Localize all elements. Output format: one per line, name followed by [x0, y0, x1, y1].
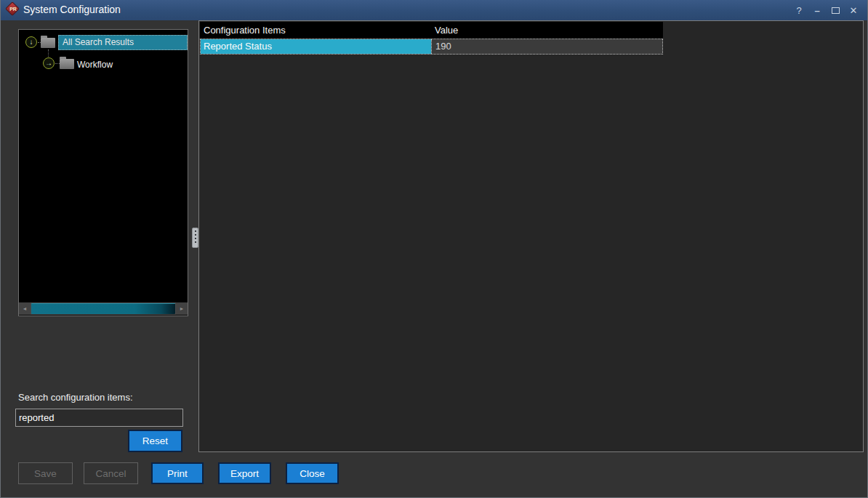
tree-horizontal-scrollbar[interactable]: ◄ ►	[19, 302, 188, 315]
splitter-grip-dots	[195, 230, 196, 245]
maximize-icon[interactable]	[829, 3, 842, 17]
search-label: Search configuration items:	[18, 392, 133, 403]
configuration-detail-panel: Configuration Items Value Reported Statu…	[198, 20, 864, 452]
reset-button[interactable]: Reset	[128, 430, 182, 452]
cell-value[interactable]: 190	[431, 39, 662, 54]
expand-collapse-icon[interactable]: →	[43, 57, 55, 69]
scroll-right-icon[interactable]: ►	[176, 302, 188, 315]
save-button[interactable]: Save	[18, 462, 73, 484]
expand-collapse-icon[interactable]: ↓	[25, 36, 37, 48]
grid-header: Configuration Items Value	[200, 22, 663, 39]
configuration-grid: Configuration Items Value Reported Statu…	[200, 22, 663, 55]
close-icon[interactable]: ✕	[847, 3, 860, 17]
cancel-button[interactable]: Cancel	[84, 462, 138, 484]
print-button[interactable]: Print	[151, 462, 204, 484]
folder-icon	[41, 38, 55, 48]
table-row[interactable]: Reported Status 190	[200, 39, 663, 55]
panel-splitter-handle[interactable]	[192, 228, 198, 248]
titlebar[interactable]: PR System Configuration ? – ✕	[1, 0, 867, 20]
search-input[interactable]	[15, 409, 183, 427]
column-header-value[interactable]: Value	[431, 22, 663, 39]
folder-icon	[60, 59, 74, 69]
tree-item-label[interactable]: All Search Results	[58, 35, 188, 50]
window-title: System Configuration	[23, 4, 121, 15]
scrollbar-thumb[interactable]	[31, 303, 175, 314]
close-button[interactable]: Close	[286, 462, 339, 484]
minimize-icon[interactable]: –	[811, 3, 824, 17]
app-icon: PR	[5, 1, 20, 16]
configuration-tree-panel: ↓ All Search Results → Workflow ◄ ►	[18, 29, 188, 316]
maximize-glyph	[832, 7, 840, 14]
export-button[interactable]: Export	[218, 462, 271, 484]
help-icon[interactable]: ?	[792, 3, 805, 17]
window-controls: ? – ✕	[792, 0, 860, 20]
column-header-configuration-items[interactable]: Configuration Items	[200, 22, 431, 39]
system-configuration-window: PR System Configuration ? – ✕ ↓ All Sear…	[0, 0, 868, 498]
app-icon-label: PR	[8, 7, 18, 12]
tree-item-label[interactable]: Workflow	[77, 58, 113, 71]
cell-configuration-item[interactable]: Reported Status	[201, 39, 431, 54]
scroll-left-icon[interactable]: ◄	[19, 302, 31, 315]
